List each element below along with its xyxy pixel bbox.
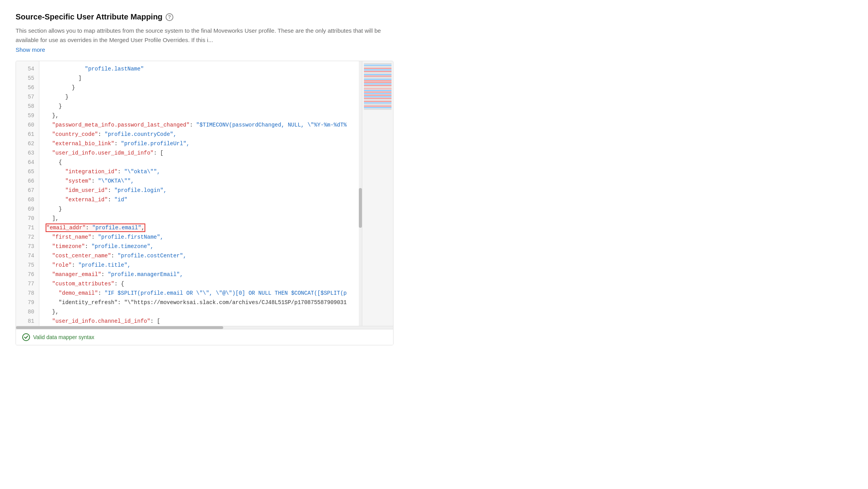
code-line: "identity_refresh": "\"https://moveworks… — [39, 298, 393, 307]
help-icon[interactable]: ? — [166, 13, 173, 21]
code-content[interactable]: "profile.lastName" ] } } } }, "password_… — [39, 61, 393, 326]
line-number: 59 — [16, 111, 39, 120]
code-line: "manager_email": "profile.managerEmail", — [39, 270, 393, 279]
line-number: 65 — [16, 167, 39, 176]
code-line: "system": "\"OKTA\"", — [39, 176, 393, 186]
line-number: 62 — [16, 139, 39, 148]
status-text: Valid data mapper syntax — [33, 334, 94, 340]
line-number: 69 — [16, 204, 39, 214]
line-number: 72 — [16, 232, 39, 242]
code-line: } — [39, 102, 393, 111]
code-line: } — [39, 204, 393, 214]
vertical-scrollbar-track — [359, 61, 362, 326]
horizontal-scrollbar-thumb[interactable] — [16, 326, 223, 329]
line-number: 60 — [16, 120, 39, 130]
code-line: "integration_id": "\"okta\"", — [39, 167, 393, 176]
code-line: } — [39, 92, 393, 102]
line-number: 76 — [16, 270, 39, 279]
line-number: 68 — [16, 195, 39, 204]
line-number: 67 — [16, 186, 39, 195]
code-line: "demo_email": "IF $SPLIT(profile.email O… — [39, 288, 393, 298]
line-number: 78 — [16, 288, 39, 298]
show-more-link[interactable]: Show more — [16, 46, 45, 53]
code-line: "cost_center_name": "profile.costCenter"… — [39, 251, 393, 260]
horizontal-scrollbar[interactable] — [16, 326, 393, 329]
code-editor: 5455565758596061626364656667686970717273… — [16, 61, 393, 345]
code-line: ] — [39, 74, 393, 83]
line-number: 57 — [16, 92, 39, 102]
code-line: }, — [39, 307, 393, 317]
check-icon — [24, 335, 28, 339]
code-line: "profile.lastName" — [39, 64, 393, 74]
code-line: "user_id_info.user_idm_id_info": [ — [39, 148, 393, 158]
section-title: Source-Specific User Attribute Mapping — [16, 12, 162, 21]
line-number: 55 — [16, 74, 39, 83]
line-number: 79 — [16, 298, 39, 307]
line-number: 70 — [16, 214, 39, 223]
code-line: "role": "profile.title", — [39, 260, 393, 270]
line-number: 75 — [16, 260, 39, 270]
code-line: "timezone": "profile.timezone", — [39, 242, 393, 251]
minimap — [362, 61, 393, 326]
line-number: 71 — [16, 223, 39, 232]
section-description: This section allows you to map attribute… — [16, 26, 393, 45]
code-line: "email_addr": "profile.email", — [39, 223, 393, 232]
line-number: 74 — [16, 251, 39, 260]
code-line: ], — [39, 214, 393, 223]
line-number: 54 — [16, 64, 39, 74]
code-line: } — [39, 83, 393, 92]
line-number: 73 — [16, 242, 39, 251]
code-line: "password_meta_info.password_last_change… — [39, 120, 393, 130]
code-line: "user_id_info.channel_id_info": [ — [39, 317, 393, 326]
line-number: 64 — [16, 158, 39, 167]
line-number: 80 — [16, 307, 39, 317]
line-number: 56 — [16, 83, 39, 92]
code-line: }, — [39, 111, 393, 120]
status-bar: Valid data mapper syntax — [16, 329, 393, 345]
status-icon — [22, 333, 30, 341]
line-number: 66 — [16, 176, 39, 186]
code-line: "idm_user_id": "profile.login", — [39, 186, 393, 195]
code-line: "first_name": "profile.firstName", — [39, 232, 393, 242]
code-line: "external_bio_link": "profile.profileUrl… — [39, 139, 393, 148]
line-number: 61 — [16, 130, 39, 139]
line-number: 81 — [16, 317, 39, 326]
code-editor-inner[interactable]: 5455565758596061626364656667686970717273… — [16, 61, 393, 326]
line-numbers: 5455565758596061626364656667686970717273… — [16, 61, 39, 326]
line-number: 58 — [16, 102, 39, 111]
vertical-scrollbar-thumb[interactable] — [359, 188, 362, 228]
line-number: 77 — [16, 279, 39, 288]
code-line: "country_code": "profile.countryCode", — [39, 130, 393, 139]
code-line: "external_id": "id" — [39, 195, 393, 204]
code-line: { — [39, 158, 393, 167]
code-line: "custom_attributes": { — [39, 279, 393, 288]
line-number: 63 — [16, 148, 39, 158]
section-header: Source-Specific User Attribute Mapping ? — [16, 12, 393, 21]
